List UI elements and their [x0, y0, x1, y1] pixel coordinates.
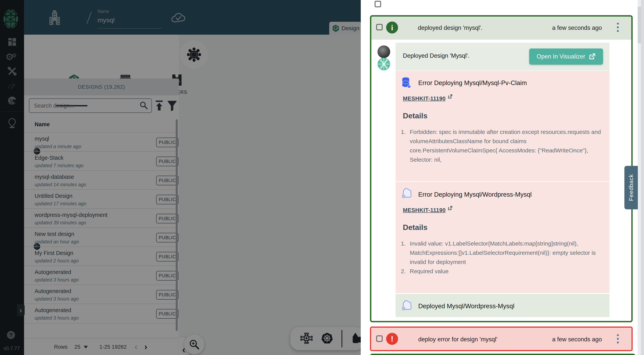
error-icon: !: [386, 333, 398, 345]
pvc-database-icon: ?: [402, 77, 411, 89]
open-in-visualizer-button[interactable]: Open In Visualizer: [529, 49, 603, 65]
list-marker: 1.: [401, 239, 410, 267]
error-title: Error Deploying Mysql/Mysql-Pv-Claim: [418, 79, 527, 87]
list-marker: 1.: [401, 127, 410, 164]
deployed-success-text: Deployed Mysql/Wordpress-Mysql: [418, 302, 514, 310]
list-marker: 2.: [401, 267, 410, 276]
modal-dim-overlay: [0, 0, 361, 355]
meshkit-link-row: MESHKIT-11190: [403, 207, 453, 213]
notification-checkbox[interactable]: [376, 335, 383, 342]
error-detail-item: Invalid value: v1.LabelSelector{MatchLab…: [410, 239, 605, 267]
error-section: [396, 71, 610, 181]
meshery-avatar: [378, 58, 390, 70]
external-link-icon: [448, 94, 453, 99]
info-icon: i: [386, 22, 398, 34]
notification-time: a few seconds ago: [536, 25, 602, 31]
error-details-list: 1. Forbidden: spec is immutable after cr…: [401, 127, 605, 164]
error-detail-item: Required value: [410, 267, 449, 276]
notification-menu-button[interactable]: [617, 334, 619, 343]
details-heading: Details: [403, 112, 428, 120]
error-details-list: 1. Invalid value: v1.LabelSelector{Match…: [401, 239, 605, 276]
feedback-label: Feedback: [628, 174, 634, 201]
page-scrollbar[interactable]: [641, 0, 644, 355]
notification-time: a few seconds ago: [536, 336, 602, 343]
deployment-pentagon-icon: [402, 300, 412, 311]
notification-menu-button[interactable]: [617, 23, 619, 32]
details-heading: Details: [403, 223, 428, 232]
feedback-tab[interactable]: Feedback: [624, 166, 638, 209]
notification-scrollbar-track[interactable]: [638, 0, 641, 355]
notification-scrollbar-thumb[interactable]: [638, 7, 641, 43]
meshkit-link[interactable]: MESHKIT-11190: [403, 95, 446, 102]
error-detail-item: Forbidden: spec is immutable after creat…: [410, 127, 605, 164]
error-section: [396, 182, 610, 293]
deployment-pentagon-icon: [402, 188, 412, 199]
meshkit-link-row: MESHKIT-11190: [403, 95, 453, 102]
notification-title: deploy error for design 'mysql': [418, 336, 498, 343]
external-link-icon: [448, 205, 453, 210]
open-in-visualizer-label: Open In Visualizer: [537, 53, 585, 60]
meshkit-link[interactable]: MESHKIT-11190: [403, 207, 446, 213]
user-avatar: [378, 46, 390, 58]
external-link-icon: [588, 53, 596, 60]
svg-text:?: ?: [409, 86, 410, 88]
notification-card-partial[interactable]: [370, 354, 635, 355]
notification-checkbox[interactable]: [376, 24, 383, 31]
select-all-checkbox[interactable]: [374, 1, 381, 7]
deployed-summary-text: Deployed Design 'Mysql'.: [403, 52, 470, 59]
notification-title: deployed design 'mysql'.: [418, 25, 482, 31]
error-title: Error Deploying Mysql/Wordpress-Mysql: [418, 191, 532, 198]
